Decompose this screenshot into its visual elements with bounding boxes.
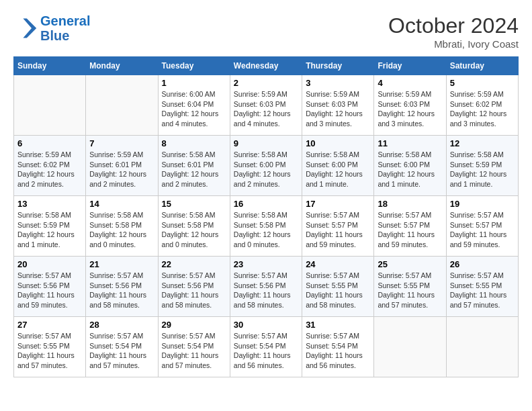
- day-info: Sunrise: 5:58 AM Sunset: 5:58 PM Dayligh…: [234, 210, 298, 250]
- logo-general: General: [40, 13, 90, 28]
- day-number: 15: [162, 199, 226, 209]
- day-info: Sunrise: 5:57 AM Sunset: 5:56 PM Dayligh…: [162, 271, 226, 310]
- location-subtitle: Mbrati, Ivory Coast: [388, 38, 519, 50]
- calendar-week-2: 6Sunrise: 5:59 AM Sunset: 6:02 PM Daylig…: [14, 136, 519, 196]
- day-info: Sunrise: 5:57 AM Sunset: 5:54 PM Dayligh…: [89, 331, 154, 371]
- title-block: October 2024 Mbrati, Ivory Coast: [388, 13, 519, 50]
- calendar-cell: 8Sunrise: 5:58 AM Sunset: 6:01 PM Daylig…: [158, 136, 230, 196]
- calendar-cell: 9Sunrise: 5:58 AM Sunset: 6:00 PM Daylig…: [230, 136, 302, 196]
- weekday-header-thursday: Thursday: [302, 57, 374, 75]
- day-number: 23: [234, 259, 298, 269]
- calendar-cell: 3Sunrise: 5:59 AM Sunset: 6:03 PM Daylig…: [302, 75, 374, 136]
- calendar-header: SundayMondayTuesdayWednesdayThursdayFrid…: [14, 57, 519, 75]
- calendar-cell: 28Sunrise: 5:57 AM Sunset: 5:54 PM Dayli…: [86, 317, 158, 377]
- day-number: 27: [17, 320, 82, 330]
- day-info: Sunrise: 5:57 AM Sunset: 5:55 PM Dayligh…: [17, 331, 82, 371]
- calendar-cell: 22Sunrise: 5:57 AM Sunset: 5:56 PM Dayli…: [158, 257, 230, 317]
- day-info: Sunrise: 5:57 AM Sunset: 5:56 PM Dayligh…: [89, 271, 154, 310]
- page-header: General Blue October 2024 Mbrati, Ivory …: [13, 13, 519, 50]
- day-number: 10: [306, 138, 370, 148]
- logo-icon: [13, 16, 38, 40]
- day-number: 18: [378, 199, 442, 209]
- calendar-week-1: 1Sunrise: 6:00 AM Sunset: 6:04 PM Daylig…: [14, 75, 519, 136]
- calendar-cell: 24Sunrise: 5:57 AM Sunset: 5:55 PM Dayli…: [302, 257, 374, 317]
- calendar-cell: [374, 317, 446, 377]
- day-number: 20: [17, 259, 82, 269]
- weekday-header-sunday: Sunday: [14, 57, 86, 75]
- weekday-header-saturday: Saturday: [446, 57, 518, 75]
- logo-text: General Blue: [40, 13, 90, 43]
- day-number: 31: [306, 320, 370, 330]
- day-number: 5: [450, 78, 515, 88]
- day-info: Sunrise: 5:59 AM Sunset: 6:02 PM Dayligh…: [450, 89, 515, 129]
- calendar-cell: [14, 75, 86, 136]
- day-info: Sunrise: 5:59 AM Sunset: 6:01 PM Dayligh…: [89, 150, 154, 189]
- day-number: 14: [89, 199, 154, 209]
- day-number: 1: [162, 78, 226, 88]
- day-info: Sunrise: 5:57 AM Sunset: 5:57 PM Dayligh…: [306, 210, 370, 250]
- day-number: 2: [234, 78, 298, 88]
- month-title: October 2024: [388, 13, 519, 38]
- day-info: Sunrise: 5:58 AM Sunset: 5:59 PM Dayligh…: [17, 210, 82, 250]
- day-number: 21: [89, 259, 154, 269]
- calendar-cell: 18Sunrise: 5:57 AM Sunset: 5:57 PM Dayli…: [374, 196, 446, 257]
- day-number: 12: [450, 138, 515, 148]
- day-info: Sunrise: 5:59 AM Sunset: 6:03 PM Dayligh…: [378, 89, 442, 129]
- calendar-cell: 23Sunrise: 5:57 AM Sunset: 5:56 PM Dayli…: [230, 257, 302, 317]
- calendar-cell: 1Sunrise: 6:00 AM Sunset: 6:04 PM Daylig…: [158, 75, 230, 136]
- day-info: Sunrise: 5:57 AM Sunset: 5:56 PM Dayligh…: [17, 271, 82, 310]
- calendar-cell: 19Sunrise: 5:57 AM Sunset: 5:57 PM Dayli…: [446, 196, 518, 257]
- day-number: 28: [89, 320, 154, 330]
- day-info: Sunrise: 5:58 AM Sunset: 5:58 PM Dayligh…: [89, 210, 154, 250]
- day-number: 26: [450, 259, 515, 269]
- calendar-cell: [86, 75, 158, 136]
- day-info: Sunrise: 5:58 AM Sunset: 6:00 PM Dayligh…: [234, 150, 298, 189]
- weekday-header-monday: Monday: [86, 57, 158, 75]
- day-info: Sunrise: 5:59 AM Sunset: 6:03 PM Dayligh…: [234, 89, 298, 129]
- calendar-cell: 13Sunrise: 5:58 AM Sunset: 5:59 PM Dayli…: [14, 196, 86, 257]
- calendar-week-4: 20Sunrise: 5:57 AM Sunset: 5:56 PM Dayli…: [14, 257, 519, 317]
- calendar-cell: 29Sunrise: 5:57 AM Sunset: 5:54 PM Dayli…: [158, 317, 230, 377]
- calendar-cell: 11Sunrise: 5:58 AM Sunset: 6:00 PM Dayli…: [374, 136, 446, 196]
- calendar-cell: 15Sunrise: 5:58 AM Sunset: 5:58 PM Dayli…: [158, 196, 230, 257]
- day-number: 30: [234, 320, 298, 330]
- day-info: Sunrise: 5:58 AM Sunset: 6:00 PM Dayligh…: [378, 150, 442, 189]
- calendar-cell: 17Sunrise: 5:57 AM Sunset: 5:57 PM Dayli…: [302, 196, 374, 257]
- day-info: Sunrise: 5:57 AM Sunset: 5:56 PM Dayligh…: [234, 271, 298, 310]
- day-number: 19: [450, 199, 515, 209]
- calendar-cell: 31Sunrise: 5:57 AM Sunset: 5:54 PM Dayli…: [302, 317, 374, 377]
- weekday-header-wednesday: Wednesday: [230, 57, 302, 75]
- calendar-cell: 12Sunrise: 5:58 AM Sunset: 5:59 PM Dayli…: [446, 136, 518, 196]
- day-number: 11: [378, 138, 442, 148]
- logo: General Blue: [13, 13, 90, 43]
- day-number: 7: [89, 138, 154, 148]
- weekday-header-friday: Friday: [374, 57, 446, 75]
- day-number: 4: [378, 78, 442, 88]
- day-info: Sunrise: 5:59 AM Sunset: 6:03 PM Dayligh…: [306, 89, 370, 129]
- calendar-cell: 26Sunrise: 5:57 AM Sunset: 5:55 PM Dayli…: [446, 257, 518, 317]
- calendar-cell: 7Sunrise: 5:59 AM Sunset: 6:01 PM Daylig…: [86, 136, 158, 196]
- day-info: Sunrise: 5:58 AM Sunset: 5:58 PM Dayligh…: [162, 210, 226, 250]
- calendar-cell: 14Sunrise: 5:58 AM Sunset: 5:58 PM Dayli…: [86, 196, 158, 257]
- day-info: Sunrise: 5:58 AM Sunset: 6:00 PM Dayligh…: [306, 150, 370, 189]
- calendar-cell: 27Sunrise: 5:57 AM Sunset: 5:55 PM Dayli…: [14, 317, 86, 377]
- day-number: 24: [306, 259, 370, 269]
- calendar-cell: 5Sunrise: 5:59 AM Sunset: 6:02 PM Daylig…: [446, 75, 518, 136]
- day-info: Sunrise: 5:57 AM Sunset: 5:54 PM Dayligh…: [162, 331, 226, 371]
- day-number: 6: [17, 138, 82, 148]
- calendar-cell: 6Sunrise: 5:59 AM Sunset: 6:02 PM Daylig…: [14, 136, 86, 196]
- calendar-cell: [446, 317, 518, 377]
- weekday-header-row: SundayMondayTuesdayWednesdayThursdayFrid…: [14, 57, 519, 75]
- calendar-week-3: 13Sunrise: 5:58 AM Sunset: 5:59 PM Dayli…: [14, 196, 519, 257]
- calendar-cell: 2Sunrise: 5:59 AM Sunset: 6:03 PM Daylig…: [230, 75, 302, 136]
- day-info: Sunrise: 5:57 AM Sunset: 5:55 PM Dayligh…: [306, 271, 370, 310]
- day-number: 25: [378, 259, 442, 269]
- calendar-cell: 20Sunrise: 5:57 AM Sunset: 5:56 PM Dayli…: [14, 257, 86, 317]
- calendar-week-5: 27Sunrise: 5:57 AM Sunset: 5:55 PM Dayli…: [14, 317, 519, 377]
- day-info: Sunrise: 5:57 AM Sunset: 5:57 PM Dayligh…: [378, 210, 442, 250]
- day-number: 17: [306, 199, 370, 209]
- calendar-cell: 25Sunrise: 5:57 AM Sunset: 5:55 PM Dayli…: [374, 257, 446, 317]
- calendar-cell: 21Sunrise: 5:57 AM Sunset: 5:56 PM Dayli…: [86, 257, 158, 317]
- day-number: 16: [234, 199, 298, 209]
- calendar-table: SundayMondayTuesdayWednesdayThursdayFrid…: [13, 56, 519, 377]
